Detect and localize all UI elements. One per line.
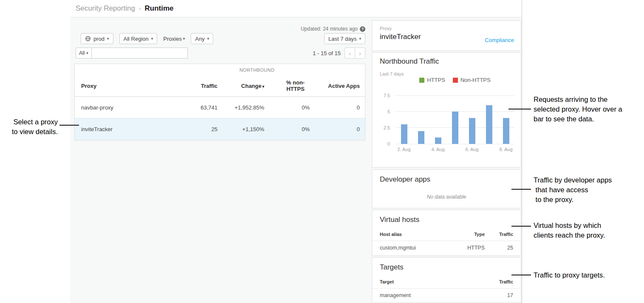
section-title-developer-apps: Developer apps bbox=[372, 170, 521, 184]
chart-bar-slot bbox=[429, 95, 446, 144]
caret-down-icon: ▾ bbox=[107, 37, 109, 41]
proxies-dropdown-label: Proxies bbox=[163, 36, 181, 42]
any-dropdown[interactable]: Any ▾ bbox=[191, 33, 213, 44]
group-header-northbound: NORTHBOUND bbox=[181, 67, 365, 73]
date-range-label: Last 7 days bbox=[328, 36, 357, 42]
proxy-table-row[interactable]: inviteTracker 25 +1,150% 0% 0 bbox=[75, 118, 365, 140]
column-header-non-https[interactable]: % non-HTTPS bbox=[271, 80, 316, 93]
table-group-header-row: NORTHBOUND bbox=[75, 64, 365, 76]
proxy-detail-card: Proxy inviteTracker Compliance bbox=[372, 20, 521, 51]
virtual-host-row: custom,mgmtui HTTPS 25 bbox=[372, 241, 521, 255]
pagination: 1 - 15 of 15 ‹ › bbox=[313, 48, 365, 59]
target-row: management 17 bbox=[372, 289, 521, 302]
section-title-targets: Targets bbox=[372, 258, 521, 272]
cell-traffic: 25 bbox=[485, 245, 513, 251]
column-header-change[interactable]: Change▾ bbox=[224, 83, 271, 89]
cell-type: HTTPS bbox=[453, 245, 485, 251]
chart-y-tick-label: 0 bbox=[387, 141, 390, 146]
chart-x-tick-label: 2. Aug bbox=[395, 147, 412, 152]
region-dropdown[interactable]: All Region ▾ bbox=[119, 33, 158, 44]
caret-down-icon: ▾ bbox=[183, 37, 185, 41]
cell-proxy-name: inviteTracker bbox=[75, 126, 181, 132]
targets-header-row: Target Traffic bbox=[372, 277, 521, 289]
caret-down-icon: ▾ bbox=[207, 37, 209, 41]
virtual-hosts-header-row: Host alias Type Traffic bbox=[372, 230, 521, 241]
annotation-developer-apps: Traffic by developer apps that have acce… bbox=[534, 175, 612, 205]
northbound-traffic-card: Northbound Traffic Last 7 days HTTPS Non… bbox=[372, 52, 521, 168]
no-data-message: No data available bbox=[372, 194, 521, 200]
column-header-host-alias: Host alias bbox=[380, 232, 453, 237]
proxies-dropdown[interactable]: Proxies ▾ bbox=[163, 36, 185, 42]
cell-traffic: 17 bbox=[485, 292, 513, 298]
search-scope-label: All bbox=[79, 50, 85, 56]
annotation-connector-line bbox=[511, 226, 531, 227]
chart-bar-8-aug[interactable] bbox=[503, 118, 509, 144]
cell-traffic: 63,741 bbox=[181, 104, 224, 111]
help-icon[interactable]: ? bbox=[360, 26, 365, 32]
header-divider bbox=[70, 17, 522, 17]
legend-label-https: HTTPS bbox=[427, 77, 445, 83]
proxy-table: NORTHBOUND Proxy Traffic Change▾ % non-H… bbox=[74, 64, 365, 140]
compliance-link[interactable]: Compliance bbox=[485, 37, 514, 43]
caret-down-icon: ▾ bbox=[151, 37, 153, 41]
proxy-table-row[interactable]: navbar-proxy 63,741 +1,952.85% 0% 0 bbox=[75, 97, 365, 118]
environment-dropdown-label: prod bbox=[93, 36, 105, 42]
developer-apps-card: Developer apps No data available bbox=[372, 169, 521, 208]
legend-item-non-https: Non-HTTPS bbox=[453, 77, 491, 83]
search-scope-dropdown[interactable]: All ▾ bbox=[76, 48, 92, 59]
cell-target: management bbox=[380, 292, 485, 298]
chart-bar-6-aug[interactable] bbox=[469, 118, 475, 144]
chart-x-tick-label: 4. Aug bbox=[429, 147, 446, 152]
sort-desc-icon: ▾ bbox=[262, 84, 264, 89]
caret-down-icon: ▾ bbox=[86, 51, 88, 55]
virtual-hosts-card: Virtual hosts Host alias Type Traffic cu… bbox=[372, 210, 521, 256]
chart-bar-slot bbox=[412, 95, 429, 144]
chart-y-axis: 7.552.50 bbox=[372, 95, 393, 144]
chart-bar-slot bbox=[463, 95, 480, 144]
cell-traffic: 25 bbox=[181, 126, 224, 132]
prev-page-button[interactable]: ‹ bbox=[345, 48, 355, 59]
chart-bar-slot bbox=[446, 95, 463, 144]
breadcrumb: Security Reporting › Runtime bbox=[76, 3, 174, 14]
annotation-connector-line bbox=[511, 275, 531, 275]
targets-card: Targets Target Traffic management 17 bbox=[372, 257, 521, 303]
legend-swatch-non-https-icon bbox=[453, 78, 458, 83]
next-page-button[interactable]: › bbox=[355, 48, 365, 59]
breadcrumb-link-security-reporting[interactable]: Security Reporting bbox=[76, 4, 135, 13]
chart-bar-4-aug[interactable] bbox=[435, 137, 441, 144]
cell-non-https: 0% bbox=[271, 126, 316, 132]
date-range-dropdown[interactable]: Last 7 days ▾ bbox=[324, 33, 365, 44]
updated-text: Updated: 24 minutes ago bbox=[301, 26, 358, 32]
search-input[interactable] bbox=[91, 48, 188, 59]
chart-y-tick-label: 7.5 bbox=[384, 93, 390, 98]
chart-subtitle: Last 7 days bbox=[380, 71, 404, 76]
chart-bar-7-aug[interactable] bbox=[486, 105, 492, 144]
chart-bar-5-aug[interactable] bbox=[452, 112, 458, 144]
page-title: Runtime bbox=[145, 4, 174, 13]
environment-dropdown[interactable]: prod ▾ bbox=[81, 33, 113, 44]
column-header-proxy[interactable]: Proxy bbox=[75, 83, 181, 89]
cell-proxy-name: navbar-proxy bbox=[75, 104, 181, 111]
legend-label-non-https: Non-HTTPS bbox=[460, 77, 491, 83]
column-header-active-apps[interactable]: Active Apps bbox=[316, 83, 365, 89]
column-header-traffic: Traffic bbox=[485, 232, 513, 237]
chart-x-axis: 2. Aug4. Aug6. Aug8. Aug bbox=[395, 147, 514, 152]
any-dropdown-label: Any bbox=[195, 36, 204, 42]
chart-bars bbox=[395, 95, 514, 144]
cell-active-apps: 0 bbox=[316, 104, 365, 111]
chart-bar-slot bbox=[480, 95, 497, 144]
column-header-target: Target bbox=[380, 279, 485, 284]
globe-icon bbox=[85, 36, 91, 42]
section-title-northbound-traffic: Northbound Traffic bbox=[380, 57, 439, 66]
column-header-traffic[interactable]: Traffic bbox=[181, 83, 224, 89]
chart-bar-2-aug[interactable] bbox=[401, 124, 407, 144]
section-title-virtual-hosts: Virtual hosts bbox=[372, 210, 521, 224]
annotation-connector-line bbox=[508, 109, 531, 109]
annotation-select-proxy: Select a proxy to view details. bbox=[0, 117, 58, 137]
column-header-change-label: Change bbox=[241, 83, 262, 89]
chart-x-tick-label: 6. Aug bbox=[463, 147, 480, 152]
chart-bar-3-aug[interactable] bbox=[418, 131, 424, 144]
column-header-traffic: Traffic bbox=[485, 279, 513, 284]
breadcrumb-separator-icon: › bbox=[139, 5, 141, 12]
filter-toolbar: prod ▾ All Region ▾ Proxies ▾ Any ▾ bbox=[81, 33, 213, 44]
